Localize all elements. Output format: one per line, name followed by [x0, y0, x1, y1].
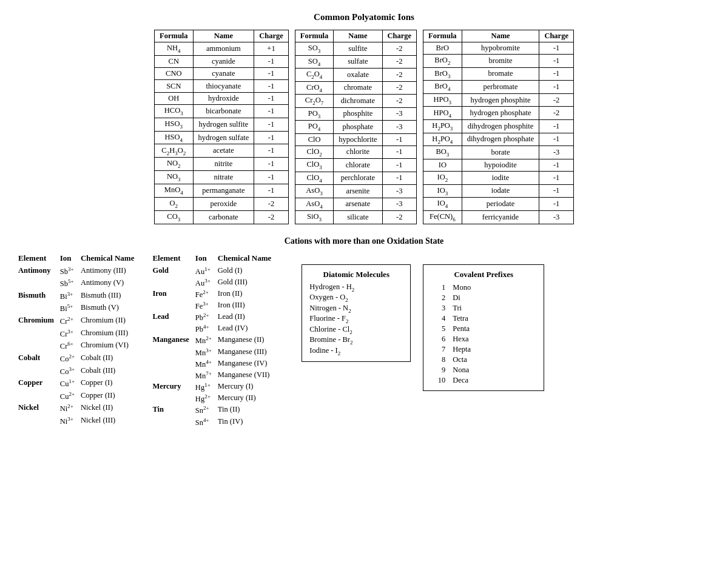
table-row: IO4periodate-1 [423, 198, 574, 211]
table-row: BrO4perbromate-1 [423, 81, 574, 94]
table-row: Co3+Cobalt (III) [18, 366, 140, 378]
table-row: HPO3hydrogen phosphite-2 [423, 93, 574, 107]
table-row: 8Octa [431, 355, 536, 365]
table-row: SCNthiocyanate-1 [155, 80, 289, 92]
table-row: Sn4+Tin (IV) [152, 416, 277, 428]
table-row: 4Tetra [431, 313, 536, 324]
covalent-title: Covalent Prefixes [431, 270, 536, 279]
table-row: HSO3hydrogen sulfite-1 [155, 118, 289, 131]
table-row: 1Mono [431, 283, 536, 293]
table-row: OHhydroxide-1 [155, 92, 289, 104]
table-row: SiO3silicate-2 [295, 211, 416, 224]
table-row: HSO4hydrogen sulfate-1 [155, 131, 289, 144]
table-row: Au3+Gold (III) [152, 277, 277, 289]
table-row: LeadPb2+Lead (II) [152, 312, 277, 323]
table-row: CopperCu1+Copper (I) [18, 378, 140, 390]
table-row: 7Hepta [431, 344, 536, 355]
table-row: Ni3+Nickel (III) [18, 415, 140, 428]
table-row: 3Tri [431, 303, 536, 313]
table-row: Pb4+Lead (IV) [152, 323, 277, 335]
table-row: AsO4arsenate-3 [295, 198, 416, 211]
table-row: IO3iodate-1 [423, 184, 574, 198]
table-row: SO4sulfate-2 [295, 55, 416, 69]
table-row: Fe3+Iron (III) [152, 300, 277, 312]
covalent-table: 1Mono 2Di 3Tri 4Tetra 5Penta 6Hexa 7Hept… [431, 283, 536, 386]
table-row: HPO4hydrogen phosphate-2 [423, 107, 574, 120]
table-row: NO3nitrate-1 [155, 171, 289, 184]
t2-header-charge: Charge [382, 30, 417, 42]
cations-table-1: Element Ion Chemical Name AntimonySb3+An… [18, 252, 140, 428]
table-row: Cr2O7dichromate-2 [295, 95, 416, 108]
page-title: Common Polyatomic Ions [18, 12, 710, 22]
table-row: BO3borate-3 [423, 146, 574, 159]
table-row: PO4phosphate-3 [295, 121, 416, 134]
table-row: PO3phosphite-3 [295, 107, 416, 121]
diatomic-box: Diatomic Molecules Hydrogen - H2 Oxygen … [302, 264, 411, 363]
table-row: ClO4perchlorate-1 [295, 172, 416, 185]
table-row: ChromiumCr2+Chromium (II) [18, 315, 140, 328]
table-row: CNcyanide-1 [155, 55, 289, 67]
table-row: 6Hexa [431, 334, 536, 344]
c1-header-element: Element [18, 252, 60, 266]
table-row: Fe(CN)6ferricyanide-3 [423, 210, 574, 224]
table-row: MercuryHg1+Mercury (I) [152, 381, 277, 393]
table-row: IOhypoiodite-1 [423, 159, 574, 171]
table-row: TinSn2+Tin (II) [152, 404, 277, 416]
table-row: IronFe2+Iron (II) [152, 289, 277, 300]
table-row: AsO3arsenite-3 [295, 185, 416, 198]
table-row: CNOcyanate-1 [155, 68, 289, 80]
table-row: ClO3chlorate-1 [295, 159, 416, 172]
t1-header-charge: Charge [254, 30, 289, 42]
diatomic-content: Hydrogen - H2 Oxygen - O2 Nitrogen - N2 … [309, 283, 403, 356]
table-row: GoldAu1+Gold (I) [152, 266, 277, 277]
table-row: BrO2bromite-1 [423, 55, 574, 68]
table-row: HCO3bicarbonate-1 [155, 105, 289, 118]
polyatomic-table-3: Formula Name Charge BrOhypobromite-1 BrO… [423, 30, 574, 224]
polyatomic-tables-section: Formula Name Charge NH4ammonium+1 CNcyan… [18, 30, 710, 224]
cations-title: Cations with more than one Oxidation Sta… [18, 236, 710, 246]
diatomic-item: Oxygen - O2 [309, 293, 403, 303]
diatomic-item: Hydrogen - H2 [309, 283, 403, 293]
c2-header-element: Element [152, 252, 195, 266]
t2-header-formula: Formula [295, 30, 334, 42]
table-row: CO3carbonate-2 [155, 210, 289, 224]
table-row: ClOhypochlorite-1 [295, 133, 416, 146]
table-row: AntimonySb3+Antimony (III) [18, 266, 140, 278]
table-row: BrOhypobromite-1 [423, 42, 574, 55]
table-row: NO2nitrite-1 [155, 158, 289, 171]
t3-header-charge: Charge [539, 30, 574, 42]
table-row: ClO2chlorite-1 [295, 146, 416, 159]
table-row: Cu2+Copper (II) [18, 390, 140, 403]
t2-header-name: Name [334, 30, 382, 42]
diatomic-item: Fluorine - F2 [309, 314, 403, 324]
table-row: 5Penta [431, 324, 536, 334]
table-row: 9Nona [431, 365, 536, 375]
table-row: NickelNi2+Nickel (II) [18, 403, 140, 415]
right-boxes: Diatomic Molecules Hydrogen - H2 Oxygen … [302, 264, 544, 428]
diatomic-item: Chlorine - Cl2 [309, 325, 403, 335]
table-row: Cr3+Chromium (III) [18, 328, 140, 341]
diatomic-title: Diatomic Molecules [309, 270, 403, 279]
table-row: BrO3bromate-1 [423, 67, 574, 81]
table-row: ManganeseMn2+Manganese (II) [152, 335, 277, 346]
table-row: C2H3O2acetate-1 [155, 144, 289, 158]
c2-header-ion: Ion [195, 252, 218, 266]
table-row: CobaltCo2+Cobalt (II) [18, 353, 140, 366]
cations-tables: Element Ion Chemical Name AntimonySb3+An… [18, 252, 277, 428]
table-row: O2peroxide-2 [155, 197, 289, 210]
diatomic-item: Iodine - I2 [309, 346, 403, 356]
t1-header-name: Name [193, 30, 254, 42]
c2-header-chemname: Chemical Name [218, 252, 277, 266]
table-row: Mn4+Manganese (IV) [152, 358, 277, 370]
cations-table-2: Element Ion Chemical Name GoldAu1+Gold (… [152, 252, 277, 428]
table-row: Bi5+Bismuth (V) [18, 303, 140, 315]
table-row: H2PO4dihydrogen phosphate-1 [423, 133, 574, 146]
diatomic-item: Bromine - Br2 [309, 335, 403, 346]
t1-header-formula: Formula [155, 30, 194, 42]
bottom-section: Element Ion Chemical Name AntimonySb3+An… [18, 252, 710, 428]
polyatomic-table-2: Formula Name Charge SO3sulfite-2 SO4sulf… [295, 30, 417, 224]
table-row: Cr6+Chromium (VI) [18, 340, 140, 353]
c1-header-chemname: Chemical Name [81, 252, 140, 266]
table-row: C2O4oxalate-2 [295, 69, 416, 82]
table-row: Hg2+Mercury (II) [152, 393, 277, 404]
